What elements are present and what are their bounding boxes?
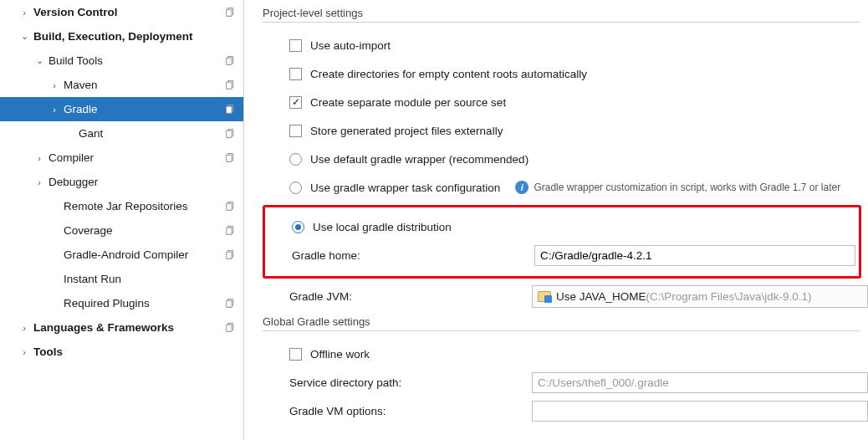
label-offline: Offline work xyxy=(310,348,370,361)
content-panel: Project-level settings Use auto-import C… xyxy=(244,0,868,440)
checkbox-offline[interactable] xyxy=(289,348,302,361)
tree-label: Maven xyxy=(64,79,222,91)
jvm-detail: (C:\Program Files\Java\jdk-9.0.1) xyxy=(646,290,812,303)
tree-label: Debugger xyxy=(49,176,237,188)
tree-item-maven[interactable]: ›Maven xyxy=(0,73,243,97)
svg-rect-9 xyxy=(227,130,232,137)
chevron-icon: › xyxy=(49,105,60,115)
copy-icon xyxy=(225,55,237,67)
svg-rect-1 xyxy=(227,9,232,16)
section-global-settings: Global Gradle settings xyxy=(263,315,860,331)
row-local-dist[interactable]: Use local gradle distribution xyxy=(268,212,855,241)
radio-local-dist[interactable] xyxy=(292,221,304,233)
info-icon: i xyxy=(515,181,528,194)
tree-label: Languages & Frameworks xyxy=(33,321,222,334)
tree-item-remote-jar-repositories[interactable]: Remote Jar Repositories xyxy=(0,194,243,218)
tree-item-gant[interactable]: Gant xyxy=(0,121,243,146)
copy-icon xyxy=(225,7,237,18)
copy-icon xyxy=(225,201,237,212)
copy-icon xyxy=(225,322,237,334)
tree-item-build-execution-deployment[interactable]: ⌄Build, Execution, Deployment xyxy=(0,24,243,49)
label-service-dir: Service directory path: xyxy=(289,376,532,389)
input-vm-options[interactable] xyxy=(532,401,868,422)
tree-item-coverage[interactable]: Coverage xyxy=(0,218,243,243)
row-task-config[interactable]: Use gradle wrapper task configuration i … xyxy=(263,173,868,202)
label-store-files: Store generated project files externally xyxy=(310,125,503,137)
chevron-icon: ⌄ xyxy=(18,31,30,42)
svg-rect-7 xyxy=(227,106,232,113)
tree-item-tools[interactable]: ›Tools xyxy=(0,340,243,364)
row-service-dir: Service directory path: xyxy=(263,368,868,397)
svg-rect-3 xyxy=(227,58,232,64)
label-gradle-jvm: Gradle JVM: xyxy=(289,290,532,303)
tree-item-build-tools[interactable]: ⌄Build Tools xyxy=(0,49,243,73)
row-gradle-home: Gradle home: xyxy=(268,241,855,269)
folder-icon xyxy=(538,291,551,302)
copy-icon xyxy=(225,298,237,310)
svg-rect-5 xyxy=(227,82,232,89)
input-gradle-home[interactable] xyxy=(534,245,855,266)
section-project-settings: Project-level settings xyxy=(263,7,860,23)
row-create-dirs[interactable]: Create directories for empty content roo… xyxy=(263,59,868,88)
tree-label: Gradle xyxy=(64,103,222,115)
copy-icon xyxy=(225,104,237,115)
tree-item-required-plugins[interactable]: Required Plugins xyxy=(0,291,243,315)
tree-label: Coverage xyxy=(64,224,222,237)
tree-item-version-control[interactable]: ›Version Control xyxy=(0,0,243,24)
tree-label: Compiler xyxy=(49,151,222,164)
sidebar: ›Version Control⌄Build, Execution, Deplo… xyxy=(0,0,244,440)
chevron-icon: › xyxy=(18,8,30,18)
tree-item-gradle[interactable]: ›Gradle xyxy=(0,97,243,121)
tree-label: Gradle-Android Compiler xyxy=(64,248,222,261)
row-store-files[interactable]: Store generated project files externally xyxy=(263,116,868,145)
chevron-icon: › xyxy=(49,80,60,90)
copy-icon xyxy=(225,225,237,237)
chevron-icon: › xyxy=(33,177,45,187)
copy-icon xyxy=(225,152,237,164)
svg-rect-11 xyxy=(227,155,232,161)
label-auto-import: Use auto-import xyxy=(310,39,391,52)
copy-icon xyxy=(225,249,237,261)
tree-label: Required Plugins xyxy=(64,297,222,310)
highlight-box: Use local gradle distribution Gradle hom… xyxy=(263,205,861,279)
radio-default-wrapper[interactable] xyxy=(289,153,302,166)
label-vm-options: Gradle VM options: xyxy=(289,405,532,417)
row-gradle-jvm: Gradle JVM: Use JAVA_HOME (C:\Program Fi… xyxy=(263,282,868,310)
svg-rect-15 xyxy=(227,228,232,234)
jvm-value: Use JAVA_HOME xyxy=(556,290,646,303)
tree-item-gradle-android-compiler[interactable]: Gradle-Android Compiler xyxy=(0,243,243,267)
tree-label: Version Control xyxy=(33,6,222,18)
chevron-icon: › xyxy=(33,153,45,163)
checkbox-store-files[interactable] xyxy=(289,125,302,137)
row-vm-options: Gradle VM options: xyxy=(263,397,868,425)
input-service-dir[interactable] xyxy=(532,372,868,393)
info-text: Gradle wrapper customization in script, … xyxy=(534,182,840,193)
copy-icon xyxy=(225,79,237,91)
tree-item-compiler[interactable]: ›Compiler xyxy=(0,146,243,170)
tree-item-languages-frameworks[interactable]: ›Languages & Frameworks xyxy=(0,315,243,340)
row-create-module[interactable]: Create separate module per source set xyxy=(263,88,868,116)
svg-rect-19 xyxy=(227,300,232,307)
copy-icon xyxy=(225,128,237,140)
row-auto-import[interactable]: Use auto-import xyxy=(263,31,868,59)
label-create-dirs: Create directories for empty content roo… xyxy=(310,68,587,80)
row-default-wrapper[interactable]: Use default gradle wrapper (recommended) xyxy=(263,145,868,173)
tree-label: Build Tools xyxy=(49,54,222,67)
label-default-wrapper: Use default gradle wrapper (recommended) xyxy=(310,153,528,166)
label-local-dist: Use local gradle distribution xyxy=(313,221,452,233)
checkbox-create-dirs[interactable] xyxy=(289,68,302,80)
dropdown-gradle-jvm[interactable]: Use JAVA_HOME (C:\Program Files\Java\jdk… xyxy=(532,285,868,308)
chevron-icon: ⌄ xyxy=(33,55,45,66)
row-offline[interactable]: Offline work xyxy=(263,340,868,368)
tree-label: Build, Execution, Deployment xyxy=(33,30,237,43)
tree-item-instant-run[interactable]: Instant Run xyxy=(0,267,243,291)
svg-rect-17 xyxy=(227,252,232,258)
tree-item-debugger[interactable]: ›Debugger xyxy=(0,170,243,194)
tree-label: Gant xyxy=(79,127,222,140)
tree-label: Instant Run xyxy=(64,273,237,285)
checkbox-auto-import[interactable] xyxy=(289,39,302,52)
radio-task-config[interactable] xyxy=(289,182,302,194)
label-create-module: Create separate module per source set xyxy=(310,96,506,109)
label-gradle-home: Gradle home: xyxy=(292,249,534,262)
checkbox-create-module[interactable] xyxy=(289,96,302,109)
